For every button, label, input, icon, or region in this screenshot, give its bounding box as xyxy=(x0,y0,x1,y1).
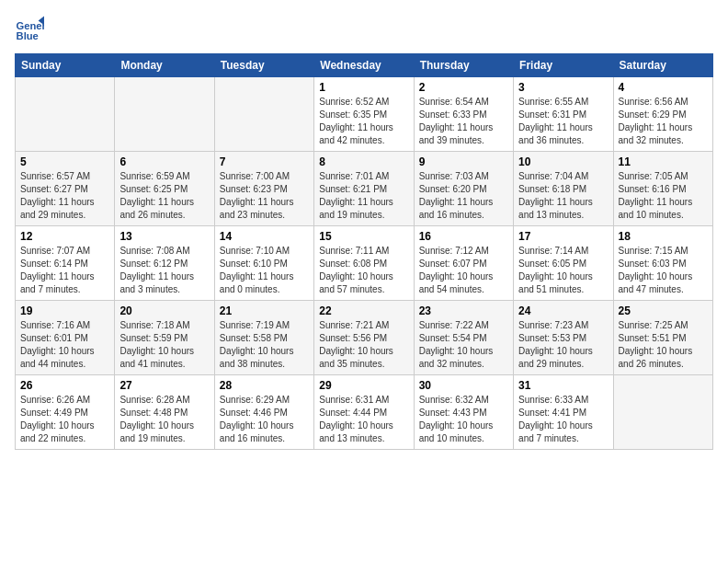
calendar-week-5: 26Sunrise: 6:26 AM Sunset: 4:49 PM Dayli… xyxy=(16,375,713,450)
day-info: Sunrise: 7:08 AM Sunset: 6:12 PM Dayligh… xyxy=(119,245,209,296)
calendar-cell: 6Sunrise: 6:59 AM Sunset: 6:25 PM Daylig… xyxy=(115,152,214,226)
calendar-header-thursday: Thursday xyxy=(414,54,513,77)
day-info: Sunrise: 7:10 AM Sunset: 6:10 PM Dayligh… xyxy=(220,245,309,296)
day-info: Sunrise: 7:21 AM Sunset: 5:56 PM Dayligh… xyxy=(319,319,408,371)
day-number: 20 xyxy=(119,304,209,317)
calendar-cell: 30Sunrise: 6:32 AM Sunset: 4:43 PM Dayli… xyxy=(414,375,513,450)
calendar-week-1: 1Sunrise: 6:52 AM Sunset: 6:35 PM Daylig… xyxy=(16,77,713,152)
day-number: 24 xyxy=(518,304,608,317)
calendar-cell: 10Sunrise: 7:04 AM Sunset: 6:18 PM Dayli… xyxy=(514,152,613,226)
day-info: Sunrise: 6:28 AM Sunset: 4:48 PM Dayligh… xyxy=(119,394,209,445)
calendar-cell: 4Sunrise: 6:56 AM Sunset: 6:29 PM Daylig… xyxy=(613,77,712,152)
calendar-header-saturday: Saturday xyxy=(613,54,712,77)
calendar-cell: 15Sunrise: 7:11 AM Sunset: 6:08 PM Dayli… xyxy=(314,226,414,301)
calendar-cell xyxy=(16,77,115,152)
calendar-cell: 18Sunrise: 7:15 AM Sunset: 6:03 PM Dayli… xyxy=(613,226,712,301)
day-number: 19 xyxy=(20,304,109,317)
day-number: 3 xyxy=(518,81,608,94)
day-info: Sunrise: 7:03 AM Sunset: 6:20 PM Dayligh… xyxy=(419,170,508,222)
day-info: Sunrise: 7:18 AM Sunset: 5:59 PM Dayligh… xyxy=(119,319,209,371)
day-info: Sunrise: 7:05 AM Sunset: 6:16 PM Dayligh… xyxy=(619,170,708,222)
day-info: Sunrise: 7:07 AM Sunset: 6:14 PM Dayligh… xyxy=(20,245,109,296)
calendar-week-4: 19Sunrise: 7:16 AM Sunset: 6:01 PM Dayli… xyxy=(16,301,713,375)
day-info: Sunrise: 7:01 AM Sunset: 6:21 PM Dayligh… xyxy=(319,170,408,222)
calendar-cell: 27Sunrise: 6:28 AM Sunset: 4:48 PM Dayli… xyxy=(115,375,214,450)
day-number: 13 xyxy=(119,230,209,243)
day-info: Sunrise: 7:16 AM Sunset: 6:01 PM Dayligh… xyxy=(20,319,109,371)
day-number: 26 xyxy=(20,379,109,392)
day-number: 23 xyxy=(419,304,508,317)
day-number: 18 xyxy=(619,230,708,243)
day-info: Sunrise: 6:33 AM Sunset: 4:41 PM Dayligh… xyxy=(518,394,608,445)
calendar-cell: 31Sunrise: 6:33 AM Sunset: 4:41 PM Dayli… xyxy=(514,375,613,450)
day-info: Sunrise: 6:55 AM Sunset: 6:31 PM Dayligh… xyxy=(518,96,608,147)
day-number: 2 xyxy=(419,81,508,94)
day-info: Sunrise: 6:57 AM Sunset: 6:27 PM Dayligh… xyxy=(20,170,109,222)
calendar-cell: 19Sunrise: 7:16 AM Sunset: 6:01 PM Dayli… xyxy=(16,301,115,375)
calendar-cell xyxy=(115,77,214,152)
day-info: Sunrise: 7:14 AM Sunset: 6:05 PM Dayligh… xyxy=(518,245,608,296)
svg-text:General: General xyxy=(17,20,44,31)
day-info: Sunrise: 6:59 AM Sunset: 6:25 PM Dayligh… xyxy=(119,170,209,222)
calendar-cell: 17Sunrise: 7:14 AM Sunset: 6:05 PM Dayli… xyxy=(514,226,613,301)
calendar-cell: 13Sunrise: 7:08 AM Sunset: 6:12 PM Dayli… xyxy=(115,226,214,301)
calendar-cell: 25Sunrise: 7:25 AM Sunset: 5:51 PM Dayli… xyxy=(613,301,712,375)
day-info: Sunrise: 6:56 AM Sunset: 6:29 PM Dayligh… xyxy=(619,96,708,147)
day-number: 25 xyxy=(619,304,708,317)
calendar-table: SundayMondayTuesdayWednesdayThursdayFrid… xyxy=(15,53,713,450)
calendar-cell: 7Sunrise: 7:00 AM Sunset: 6:23 PM Daylig… xyxy=(214,152,313,226)
calendar-header-wednesday: Wednesday xyxy=(314,54,414,77)
calendar-cell: 2Sunrise: 6:54 AM Sunset: 6:33 PM Daylig… xyxy=(414,77,513,152)
day-info: Sunrise: 7:00 AM Sunset: 6:23 PM Dayligh… xyxy=(220,170,309,222)
day-info: Sunrise: 7:15 AM Sunset: 6:03 PM Dayligh… xyxy=(619,245,708,296)
logo-icon: General Blue xyxy=(15,15,44,44)
calendar-header-tuesday: Tuesday xyxy=(214,54,313,77)
day-number: 17 xyxy=(518,230,608,243)
day-number: 9 xyxy=(419,155,508,168)
day-info: Sunrise: 6:54 AM Sunset: 6:33 PM Dayligh… xyxy=(419,96,508,147)
calendar-week-2: 5Sunrise: 6:57 AM Sunset: 6:27 PM Daylig… xyxy=(16,152,713,226)
calendar-cell: 5Sunrise: 6:57 AM Sunset: 6:27 PM Daylig… xyxy=(16,152,115,226)
day-info: Sunrise: 7:25 AM Sunset: 5:51 PM Dayligh… xyxy=(619,319,708,371)
day-info: Sunrise: 6:26 AM Sunset: 4:49 PM Dayligh… xyxy=(20,394,109,445)
day-info: Sunrise: 6:32 AM Sunset: 4:43 PM Dayligh… xyxy=(419,394,508,445)
calendar-cell: 29Sunrise: 6:31 AM Sunset: 4:44 PM Dayli… xyxy=(314,375,414,450)
calendar-cell xyxy=(613,375,712,450)
day-info: Sunrise: 7:22 AM Sunset: 5:54 PM Dayligh… xyxy=(419,319,508,371)
day-info: Sunrise: 7:19 AM Sunset: 5:58 PM Dayligh… xyxy=(220,319,309,371)
day-number: 29 xyxy=(319,379,408,392)
day-info: Sunrise: 7:12 AM Sunset: 6:07 PM Dayligh… xyxy=(419,245,508,296)
page-header: General Blue xyxy=(15,15,713,44)
day-number: 27 xyxy=(119,379,209,392)
svg-text:Blue: Blue xyxy=(17,30,39,41)
day-number: 6 xyxy=(119,155,209,168)
calendar-cell: 21Sunrise: 7:19 AM Sunset: 5:58 PM Dayli… xyxy=(214,301,313,375)
day-number: 11 xyxy=(619,155,708,168)
calendar-cell: 11Sunrise: 7:05 AM Sunset: 6:16 PM Dayli… xyxy=(613,152,712,226)
day-info: Sunrise: 6:52 AM Sunset: 6:35 PM Dayligh… xyxy=(319,96,408,147)
calendar-cell xyxy=(214,77,313,152)
day-number: 1 xyxy=(319,81,408,94)
calendar-cell: 22Sunrise: 7:21 AM Sunset: 5:56 PM Dayli… xyxy=(314,301,414,375)
day-number: 14 xyxy=(220,230,309,243)
day-number: 15 xyxy=(319,230,408,243)
day-info: Sunrise: 6:31 AM Sunset: 4:44 PM Dayligh… xyxy=(319,394,408,445)
calendar-header-sunday: Sunday xyxy=(16,54,115,77)
day-number: 31 xyxy=(518,379,608,392)
day-number: 7 xyxy=(220,155,309,168)
calendar-cell: 8Sunrise: 7:01 AM Sunset: 6:21 PM Daylig… xyxy=(314,152,414,226)
day-number: 28 xyxy=(220,379,309,392)
calendar-cell: 20Sunrise: 7:18 AM Sunset: 5:59 PM Dayli… xyxy=(115,301,214,375)
calendar-cell: 12Sunrise: 7:07 AM Sunset: 6:14 PM Dayli… xyxy=(16,226,115,301)
calendar-week-3: 12Sunrise: 7:07 AM Sunset: 6:14 PM Dayli… xyxy=(16,226,713,301)
calendar-cell: 23Sunrise: 7:22 AM Sunset: 5:54 PM Dayli… xyxy=(414,301,513,375)
day-number: 22 xyxy=(319,304,408,317)
day-info: Sunrise: 6:29 AM Sunset: 4:46 PM Dayligh… xyxy=(220,394,309,445)
calendar-cell: 3Sunrise: 6:55 AM Sunset: 6:31 PM Daylig… xyxy=(514,77,613,152)
calendar-cell: 16Sunrise: 7:12 AM Sunset: 6:07 PM Dayli… xyxy=(414,226,513,301)
calendar-cell: 9Sunrise: 7:03 AM Sunset: 6:20 PM Daylig… xyxy=(414,152,513,226)
day-number: 8 xyxy=(319,155,408,168)
day-number: 12 xyxy=(20,230,109,243)
logo: General Blue xyxy=(15,15,44,44)
calendar-header-row: SundayMondayTuesdayWednesdayThursdayFrid… xyxy=(16,54,713,77)
